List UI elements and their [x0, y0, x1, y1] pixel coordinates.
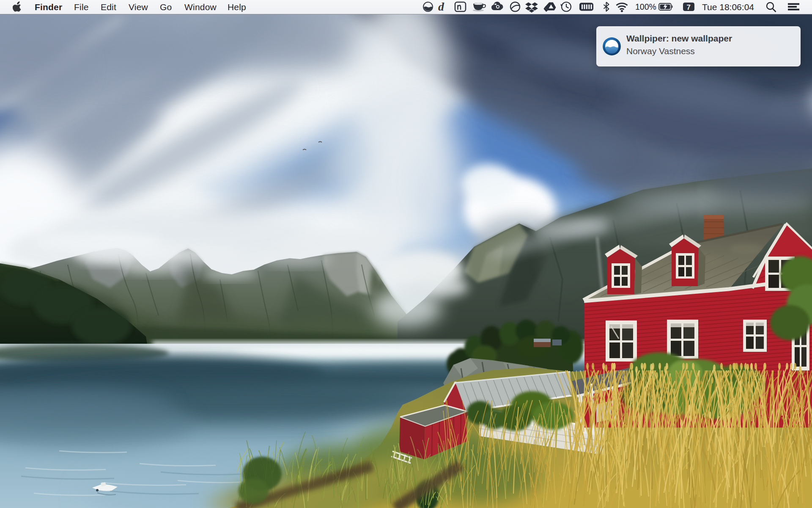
- svg-text:100%: 100%: [635, 2, 656, 11]
- svg-text:Tue 18:06:04: Tue 18:06:04: [702, 2, 754, 12]
- svg-text:d: d: [438, 0, 444, 13]
- svg-text:7: 7: [687, 3, 691, 11]
